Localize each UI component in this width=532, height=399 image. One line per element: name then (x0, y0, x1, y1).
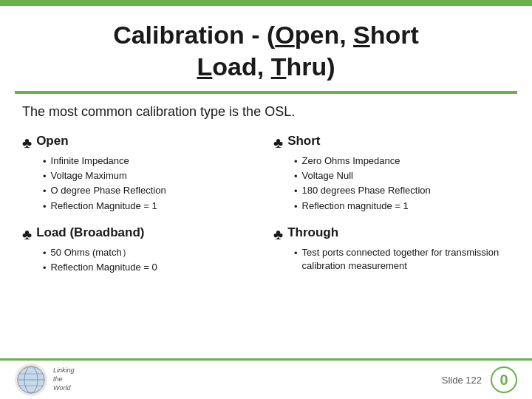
through-section: ♣ Through • Test ports connected togethe… (273, 225, 510, 273)
sub-bullet: • (294, 185, 298, 197)
open-subitems: • Infinite Impedance • Voltage Maximum •… (22, 154, 259, 213)
list-item: • Voltage Maximum (43, 169, 259, 183)
through-subitems: • Test ports connected together for tran… (273, 246, 510, 273)
open-item-4: Reflection Magnitude = 1 (51, 200, 157, 213)
through-section-header: ♣ Through (273, 225, 510, 243)
slide: Calibration - (Open, ShortLoad, Thru) Th… (0, 0, 532, 399)
list-item: • Test ports connected together for tran… (294, 246, 510, 273)
short-item-1: Zero Ohms Impedance (302, 154, 400, 168)
sub-bullet: • (294, 156, 298, 167)
sub-bullet: • (43, 185, 47, 197)
list-item: • Infinite Impedance (43, 154, 259, 168)
open-bullet: ♣ (22, 134, 32, 151)
content-area: ♣ Open • Infinite Impedance • Voltage Ma… (0, 127, 532, 286)
open-item-1: Infinite Impedance (51, 154, 129, 168)
short-item-4: Reflection magnitude = 1 (302, 200, 409, 213)
logo-text: Linking the World (53, 366, 75, 392)
short-title: Short (287, 133, 320, 149)
list-item: • Reflection Magnitude = 1 (43, 200, 259, 213)
slide-title: Calibration - (Open, ShortLoad, Thru) (30, 19, 502, 82)
open-item-2: Voltage Maximum (51, 169, 127, 183)
footer: Linking the World Slide 122 0 (0, 358, 532, 399)
through-title: Through (287, 225, 338, 241)
through-bullet: ♣ (273, 225, 283, 243)
sub-bullet: • (294, 171, 298, 182)
short-subitems: • Zero Ohms Impedance • Voltage Null • 1… (273, 154, 510, 213)
load-section-header: ♣ Load (Broadband) (22, 225, 259, 243)
top-bar (0, 0, 532, 6)
open-section: ♣ Open • Infinite Impedance • Voltage Ma… (22, 133, 259, 213)
list-item: • 50 Ohms (match） (43, 246, 259, 259)
subtitle: The most common calibration type is the … (0, 94, 532, 127)
list-item: • Reflection magnitude = 1 (294, 200, 510, 213)
right-column: ♣ Short • Zero Ohms Impedance • Voltage … (266, 133, 517, 286)
sub-bullet: • (43, 248, 47, 259)
title-area: Calibration - (Open, ShortLoad, Thru) (0, 6, 532, 91)
zero-badge: 0 (491, 366, 517, 393)
slide-number-area: Slide 122 0 (442, 366, 517, 393)
load-bullet: ♣ (22, 225, 32, 243)
short-item-2: Voltage Null (302, 169, 353, 183)
load-section: ♣ Load (Broadband) • 50 Ohms (match） • R… (22, 225, 259, 274)
open-item-3: O degree Phase Reflection (51, 184, 166, 197)
load-item-1: 50 Ohms (match） (51, 246, 132, 259)
through-item-1: Test ports connected together for transm… (302, 246, 510, 273)
short-bullet: ♣ (273, 134, 283, 151)
short-item-3: 180 degrees Phase Reflection (302, 184, 431, 197)
load-item-2: Reflection Magnitude = 0 (51, 261, 157, 274)
list-item: • Voltage Null (294, 169, 510, 183)
list-item: • Reflection Magnitude = 0 (43, 261, 259, 274)
list-item: • O degree Phase Reflection (43, 184, 259, 197)
sub-bullet: • (43, 201, 47, 212)
logo-globe-icon (15, 364, 47, 396)
sub-bullet: • (43, 262, 47, 273)
load-title: Load (Broadband) (36, 225, 144, 241)
list-item: • Zero Ohms Impedance (294, 154, 510, 168)
short-section: ♣ Short • Zero Ohms Impedance • Voltage … (273, 133, 510, 213)
open-section-header: ♣ Open (22, 133, 259, 151)
slide-label: Slide 122 (442, 375, 482, 386)
short-section-header: ♣ Short (273, 133, 510, 151)
left-column: ♣ Open • Infinite Impedance • Voltage Ma… (15, 133, 266, 286)
logo-area: Linking the World (15, 364, 75, 396)
sub-bullet: • (294, 201, 298, 212)
sub-bullet: • (43, 156, 47, 167)
sub-bullet: • (43, 171, 47, 182)
list-item: • 180 degrees Phase Reflection (294, 184, 510, 197)
open-title: Open (36, 133, 68, 149)
sub-bullet: • (294, 248, 298, 259)
load-subitems: • 50 Ohms (match） • Reflection Magnitude… (22, 246, 259, 274)
